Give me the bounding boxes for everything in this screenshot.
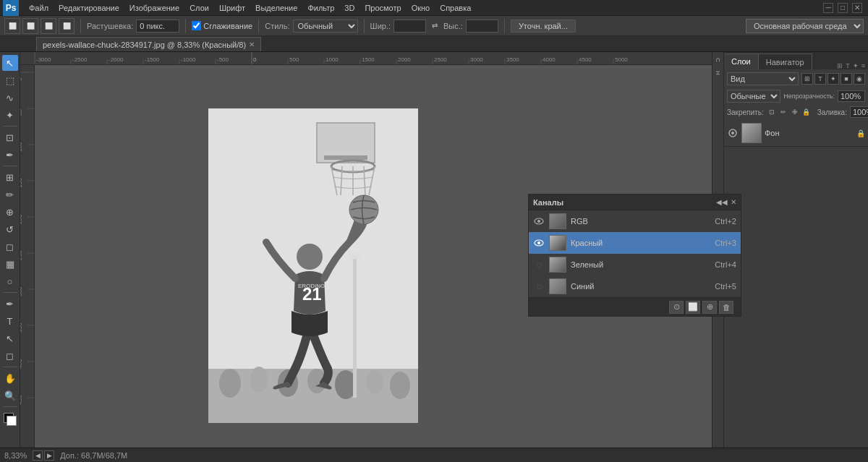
channel-green-name: Зеленый (571, 260, 710, 269)
channel-blue-eye[interactable]: ◻ (533, 283, 545, 290)
menu-font[interactable]: Шрифт (215, 2, 250, 14)
menu-help[interactable]: Справка (435, 2, 475, 14)
tool-hand[interactable]: ✋ (2, 370, 18, 386)
color-swatch[interactable] (2, 411, 18, 426)
menu-filter[interactable]: Фильтр (303, 2, 339, 14)
tool-shape-poly[interactable]: ⬜ (59, 18, 75, 34)
tool-shape-lasso[interactable]: ⬜ (41, 18, 56, 34)
tool-clone[interactable]: ⊕ (2, 204, 18, 220)
filter-icon-2[interactable]: T (814, 73, 826, 85)
tool-pen[interactable]: ✒ (2, 296, 18, 312)
opacity-label: Непрозрачность: (783, 93, 835, 100)
filter-icon-1[interactable]: ⊞ (801, 73, 813, 85)
menu-file[interactable]: Файл (25, 2, 53, 14)
tool-path-select[interactable]: ↖ (2, 330, 18, 346)
tool-eyedropper[interactable]: ✒ (2, 147, 18, 163)
tool-history[interactable]: ↺ (2, 221, 18, 237)
menu-select[interactable]: Выделение (251, 2, 302, 14)
filter-icon-3[interactable]: ✦ (827, 73, 839, 85)
layer-filter-select[interactable]: Вид (727, 72, 799, 85)
channel-save-btn[interactable]: ⬜ (686, 301, 700, 314)
panel-icon-1[interactable]: С (713, 55, 723, 65)
tool-zoom[interactable]: 🔍 (2, 388, 18, 403)
width-input[interactable] (393, 20, 426, 33)
tab-navigator[interactable]: Навигатор (759, 54, 812, 69)
tool-shape[interactable]: ◻ (2, 348, 18, 364)
close-button[interactable]: ✕ (852, 3, 862, 13)
tool-shape-ellipse[interactable]: ⬜ (22, 18, 38, 34)
layers-panel-icon-4[interactable]: ≡ (861, 62, 865, 69)
filter-icon-4[interactable]: ■ (841, 73, 852, 85)
document-tab[interactable]: pexels-wallace-chuck-2834917.jpg @ 8,33%… (36, 37, 261, 51)
tool-marquee[interactable]: ⬚ (2, 72, 18, 88)
zoom-out-icon[interactable]: ◀ (33, 450, 43, 461)
tool-text[interactable]: T (2, 313, 18, 329)
style-select[interactable]: Обычный (293, 20, 358, 33)
filter-toggle[interactable]: ◉ (854, 73, 865, 85)
lock-transparent-icon[interactable]: ⊡ (767, 107, 777, 117)
channels-close-btn[interactable]: ✕ (731, 198, 736, 206)
tool-dodge[interactable]: ○ (2, 273, 18, 289)
menu-layers[interactable]: Слои (185, 2, 213, 14)
menu-image[interactable]: Изображение (125, 2, 184, 14)
channel-delete-btn[interactable]: 🗑 (719, 301, 733, 314)
layers-panel-icon-3[interactable]: ✦ (853, 62, 859, 69)
lock-icons: ⊡ ✏ ✙ 🔒 (767, 107, 812, 117)
panel-icon-2[interactable]: Н (713, 68, 723, 78)
menu-edit[interactable]: Редактирование (54, 2, 124, 14)
smooth-checkbox[interactable] (192, 21, 201, 30)
fill-input[interactable] (850, 106, 868, 118)
opacity-input[interactable] (838, 90, 865, 102)
svg-text:3500: 3500 (506, 56, 519, 63)
tab-layers[interactable]: Слои (724, 54, 759, 69)
lock-all-icon[interactable]: 🔒 (801, 107, 812, 117)
channels-panel-title: Каналы (533, 198, 563, 207)
workspace-select[interactable]: Основная рабочая среда (746, 19, 864, 33)
tool-move[interactable]: ↖ (2, 55, 18, 71)
zoom-controls[interactable]: ◀ ▶ (33, 450, 54, 461)
channels-footer: ⊙ ⬜ ⊕ 🗑 (529, 297, 741, 316)
zoom-in-icon[interactable]: ▶ (44, 450, 54, 461)
menu-view[interactable]: Просмотр (360, 2, 405, 14)
channel-item-red[interactable]: Красный Ctrl+3 (529, 232, 741, 254)
tool-shape-rect[interactable]: ⬜ (4, 18, 20, 34)
app-logo: Ps (3, 0, 19, 16)
height-input[interactable] (466, 20, 498, 33)
channels-collapse-btn[interactable]: ◀◀ (716, 198, 728, 206)
channel-new-btn[interactable]: ⊕ (702, 301, 717, 314)
tool-eraser[interactable]: ◻ (2, 239, 18, 254)
channel-item-rgb[interactable]: RGB Ctrl+2 (529, 210, 741, 232)
doc-tab-close[interactable]: ✕ (249, 40, 255, 48)
tool-brush[interactable]: ✏ (2, 187, 18, 202)
channel-dotted-circle-btn[interactable]: ⊙ (669, 301, 684, 314)
layers-panel-icon-1[interactable]: ⊞ (837, 62, 843, 69)
layers-panel-icon-2[interactable]: T (846, 62, 850, 69)
lock-position-icon[interactable]: ✙ (790, 107, 800, 117)
layer-item-background[interactable]: Фон 🔒 (724, 120, 868, 146)
blend-mode-select[interactable]: Обычные (727, 90, 780, 103)
tool-magic-wand[interactable]: ✦ (2, 107, 18, 123)
menu-window[interactable]: Окно (407, 2, 435, 14)
menu-3d[interactable]: 3D (340, 2, 359, 14)
minimize-button[interactable]: ─ (823, 3, 833, 13)
svg-text:-500: -500 (217, 56, 229, 63)
toolbar-sep-2 (185, 19, 186, 33)
maximize-button[interactable]: □ (838, 3, 848, 13)
lock-paint-icon[interactable]: ✏ (778, 107, 788, 117)
layer-thumb-image (742, 124, 761, 142)
layers-search-row: Вид ⊞ T ✦ ■ ◉ (724, 69, 868, 88)
channel-item-green[interactable]: ◻ Зеленый Ctrl+4 (529, 254, 741, 275)
svg-text:1000: 1000 (326, 56, 339, 63)
tool-lasso[interactable]: ∿ (2, 90, 18, 106)
tool-crop[interactable]: ⊡ (2, 129, 18, 145)
channel-rgb-eye[interactable] (533, 218, 545, 225)
channel-green-eye[interactable]: ◻ (533, 261, 545, 268)
tool-gradient[interactable]: ▦ (2, 256, 18, 272)
layer-eye-icon[interactable] (727, 127, 739, 139)
tool-patch[interactable]: ⊞ (2, 169, 18, 185)
feather-input[interactable] (136, 20, 179, 33)
swap-dimensions-icon[interactable]: ⇄ (429, 20, 441, 32)
channel-red-eye[interactable] (533, 239, 545, 247)
channel-item-blue[interactable]: ◻ Синий Ctrl+5 (529, 275, 741, 297)
refine-edge-button[interactable]: Уточн. край... (511, 20, 576, 33)
